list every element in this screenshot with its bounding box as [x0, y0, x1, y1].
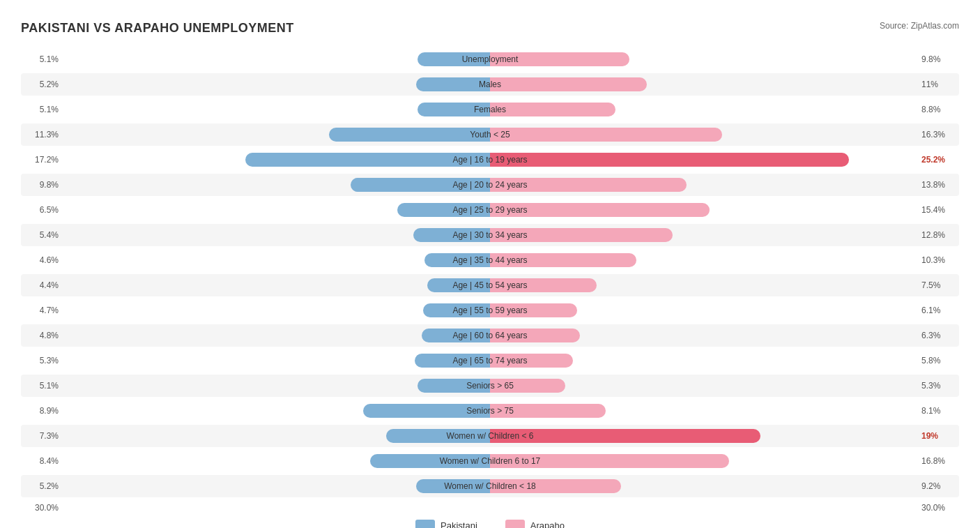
right-value-label: 11% — [917, 80, 959, 89]
right-value-label: 8.1% — [917, 406, 959, 416]
bar-left-blue — [427, 278, 490, 292]
bars-center: Unemployment — [63, 48, 917, 70]
bar-left-blue — [329, 128, 490, 142]
left-value-label: 7.3% — [21, 431, 63, 441]
bar-right-pink — [490, 404, 606, 418]
left-value-label: 8.9% — [21, 406, 63, 416]
bar-left-blue — [418, 379, 490, 393]
bar-right-pink — [490, 228, 673, 242]
bar-right-pink — [490, 178, 687, 192]
bars-center: Women w/ Children 6 to 17 — [63, 450, 917, 472]
chart-row: 17.2%Age | 16 to 19 years25.2% — [21, 149, 959, 171]
bar-left-blue — [351, 178, 490, 192]
right-value-label: 9.2% — [917, 481, 959, 491]
bars-center: Seniors > 75 — [63, 400, 917, 422]
chart-source: Source: ZipAtlas.com — [880, 21, 959, 31]
bars-center: Age | 45 to 54 years — [63, 274, 917, 296]
bars-center: Age | 30 to 34 years — [63, 224, 917, 246]
right-value-label: 12.8% — [917, 230, 959, 240]
chart-title: PAKISTANI VS ARAPAHO UNEMPLOYMENT — [21, 21, 294, 36]
bar-left-blue — [416, 77, 490, 91]
bar-left-blue — [418, 103, 490, 116]
left-value-label: 5.2% — [21, 80, 63, 89]
chart-container: PAKISTANI VS ARAPAHO UNEMPLOYMENT Source… — [21, 14, 959, 528]
legend: Pakistani Arapaho — [21, 520, 959, 528]
bar-left-blue — [363, 404, 490, 418]
left-value-label: 5.2% — [21, 481, 63, 491]
left-value-label: 8.4% — [21, 456, 63, 466]
bar-left-blue — [415, 354, 490, 368]
bar-left-blue — [245, 153, 490, 167]
right-value-label: 25.2% — [917, 155, 959, 165]
bars-center: Age | 16 to 19 years — [63, 149, 917, 171]
right-value-label: 7.5% — [917, 280, 959, 290]
chart-row: 5.3%Age | 65 to 74 years5.8% — [21, 349, 959, 372]
left-value-label: 6.5% — [21, 205, 63, 215]
chart-row: 4.8%Age | 60 to 64 years6.3% — [21, 324, 959, 347]
bar-right-pink — [490, 429, 760, 443]
bars-center: Age | 25 to 29 years — [63, 199, 917, 221]
left-value-label: 4.6% — [21, 255, 63, 265]
chart-row: 6.5%Age | 25 to 29 years15.4% — [21, 199, 959, 221]
right-value-label: 19% — [917, 431, 959, 441]
left-value-label: 5.1% — [21, 105, 63, 114]
left-value-label: 17.2% — [21, 155, 63, 165]
bar-left-blue — [418, 52, 490, 66]
bar-right-pink — [490, 52, 629, 66]
bars-center: Youth < 25 — [63, 123, 917, 146]
right-value-label: 10.3% — [917, 255, 959, 265]
bar-left-blue — [413, 228, 490, 242]
bar-left-blue — [386, 429, 490, 443]
bars-center: Females — [63, 98, 917, 121]
left-value-label: 4.7% — [21, 306, 63, 315]
right-value-label: 5.8% — [917, 356, 959, 365]
left-value-label: 9.8% — [21, 180, 63, 190]
chart-row: 9.8%Age | 20 to 24 years13.8% — [21, 174, 959, 196]
right-value-label: 6.3% — [917, 331, 959, 340]
left-value-label: 5.1% — [21, 381, 63, 391]
chart-row: 8.9%Seniors > 758.1% — [21, 400, 959, 422]
chart-row: 5.2%Males11% — [21, 73, 959, 96]
bars-center: Age | 60 to 64 years — [63, 324, 917, 347]
right-value-label: 16.3% — [917, 130, 959, 139]
axis-right-label: 30.0% — [917, 503, 959, 513]
bar-right-pink — [490, 303, 577, 317]
bar-right-pink — [490, 203, 710, 217]
chart-row: 5.4%Age | 30 to 34 years12.8% — [21, 224, 959, 246]
bars-center: Age | 55 to 59 years — [63, 299, 917, 322]
right-value-label: 16.8% — [917, 456, 959, 466]
chart-row: 5.1%Unemployment9.8% — [21, 48, 959, 70]
bar-right-pink — [490, 153, 849, 167]
bar-right-pink — [490, 253, 636, 267]
bar-left-blue — [424, 253, 490, 267]
legend-label-arapaho: Arapaho — [530, 520, 565, 529]
legend-item-pakistani: Pakistani — [415, 520, 477, 528]
bar-right-pink — [490, 329, 580, 342]
bars-center: Age | 20 to 24 years — [63, 174, 917, 196]
chart-row: 7.3%Women w/ Children < 619% — [21, 425, 959, 447]
bars-center: Age | 35 to 44 years — [63, 249, 917, 271]
right-value-label: 6.1% — [917, 306, 959, 315]
bars-center: Women w/ Children < 6 — [63, 425, 917, 447]
axis-row: 30.0% 30.0% — [21, 503, 959, 513]
left-value-label: 4.4% — [21, 280, 63, 290]
left-value-label: 11.3% — [21, 130, 63, 139]
bars-center: Seniors > 65 — [63, 375, 917, 397]
bar-left-blue — [370, 454, 490, 468]
bar-left-blue — [422, 329, 490, 342]
chart-row: 5.2%Women w/ Children < 189.2% — [21, 475, 959, 497]
bar-right-pink — [490, 354, 573, 368]
bar-right-pink — [490, 128, 722, 142]
bar-left-blue — [423, 303, 490, 317]
chart-row: 4.7%Age | 55 to 59 years6.1% — [21, 299, 959, 322]
right-value-label: 9.8% — [917, 54, 959, 64]
legend-label-pakistani: Pakistani — [441, 520, 477, 529]
bar-right-pink — [490, 454, 729, 468]
right-value-label: 15.4% — [917, 205, 959, 215]
bar-left-blue — [416, 479, 490, 493]
bar-right-pink — [490, 278, 597, 292]
right-value-label: 8.8% — [917, 105, 959, 114]
left-value-label: 5.4% — [21, 230, 63, 240]
bars-center: Women w/ Children < 18 — [63, 475, 917, 497]
bar-right-pink — [490, 103, 615, 116]
